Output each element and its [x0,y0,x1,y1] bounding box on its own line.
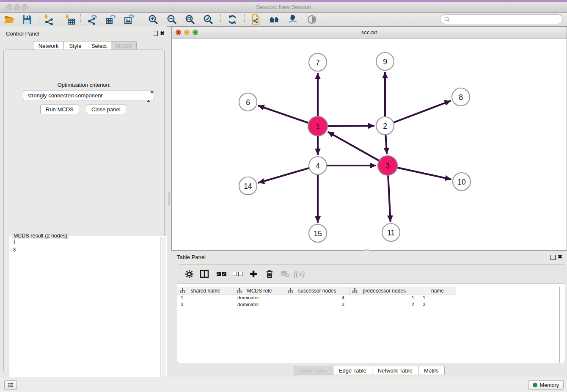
panel-selector-button[interactable] [4,380,17,390]
unchecked-boxes-icon [233,272,242,276]
graph-node-2[interactable]: 2 [376,117,394,135]
column-header-MCDS-role[interactable]: MCDS role [234,287,285,295]
graph-node-10[interactable]: 10 [453,173,471,190]
svg-text:1: 1 [316,122,320,131]
export-image-button[interactable] [122,14,136,25]
cell-name[interactable]: 1 [419,295,456,301]
export-image-icon [124,14,135,25]
duplicate-network-button[interactable] [248,14,263,25]
home-neighbors-button[interactable] [267,14,281,25]
tab-select[interactable]: Select [87,41,111,50]
tab-network-table[interactable]: Network Table [372,366,418,375]
control-panel: Control Panel ✖ NetworkStyleSelectMCDS O… [0,26,167,377]
zoom-fit-button[interactable] [183,14,197,25]
graph-node-9[interactable]: 9 [376,52,394,70]
graph-node-4[interactable]: 4 [309,157,327,174]
export-network-button[interactable] [85,14,99,25]
cell-MCDS-role[interactable]: dominator [234,295,285,301]
optimization-criterion-label: Optimization criterion: [4,82,164,88]
refresh-button[interactable] [225,14,239,25]
edge-3-11[interactable] [388,175,391,222]
edge-1-6[interactable] [258,105,309,123]
criterion-value: strongly connected component [28,92,102,99]
svg-text:10: 10 [457,178,466,186]
column-header-name[interactable]: name [419,287,456,295]
application-window: Session: New Session Control Panel ✖ [0,0,567,392]
table-tabs: Node TableEdge TableNetwork TableMotifs [171,366,567,375]
save-session-button[interactable] [20,14,34,25]
tab-style[interactable]: Style [64,41,87,50]
cell-predecessor-nodes[interactable]: 2 [350,301,419,308]
tab-edge-table[interactable]: Edge Table [333,366,372,375]
cell-name[interactable]: 3 [419,301,456,308]
graph-node-3[interactable]: 3 [378,156,397,175]
graph-node-11[interactable]: 11 [382,224,400,241]
zoom-in-button[interactable] [146,14,160,25]
close-table-panel-icon[interactable]: ✖ [558,254,562,259]
memory-button[interactable]: Memory [528,380,564,390]
open-session-button[interactable] [2,14,17,25]
result-scrollbar[interactable] [160,237,166,392]
style-preview-button[interactable] [286,14,300,25]
show-hide-button[interactable] [305,14,319,25]
function-builder-button[interactable]: f(x) [292,268,306,280]
cell-shared-name[interactable]: 1 [177,295,234,301]
deselect-all-button[interactable] [231,268,244,280]
column-header-successor-nodes[interactable]: successor nodes [285,287,350,295]
list-icon [7,382,14,388]
criterion-dropdown[interactable]: strongly connected component [23,91,154,100]
edge-2-3[interactable] [385,134,387,154]
tab-mcds[interactable]: MCDS [111,41,137,50]
cell-shared-name[interactable]: 3 [177,301,234,308]
svg-text:11: 11 [387,229,395,237]
close-panel-icon[interactable]: ✖ [160,31,165,36]
column-header-shared-name[interactable]: shared name [177,287,234,295]
import-network-button[interactable] [41,14,56,25]
tab-network[interactable]: Network [33,41,64,50]
float-table-panel-icon[interactable] [550,255,556,260]
edge-2-8[interactable] [393,101,451,123]
tab-motifs[interactable]: Motifs [418,366,445,375]
delete-table-button[interactable] [278,268,292,280]
mcds-result-values: 1 3 [13,239,16,253]
table-panel-title: Table Panel [177,254,206,260]
cell-successor-nodes[interactable]: 4 [285,295,350,301]
graph-node-8[interactable]: 8 [452,88,470,106]
toolbar-separator [141,14,141,25]
hierarchy-icon [352,288,358,293]
search-input[interactable] [452,16,559,23]
edge-3-10[interactable] [396,168,451,179]
column-view-icon [200,270,209,278]
graph-node-6[interactable]: 6 [239,93,257,111]
split-divider-grip[interactable] [168,192,170,206]
select-all-button[interactable]: ✓✓ [215,268,228,280]
run-mcds-button[interactable]: Run MCDS [40,105,79,114]
cell-successor-nodes[interactable]: 3 [285,301,350,308]
graph-node-1[interactable]: 1 [308,116,328,136]
edge-1-2[interactable] [327,126,374,126]
table-scrollbar[interactable] [559,287,565,363]
tab-node-table[interactable]: Node Table [294,366,333,375]
graph-node-15[interactable]: 15 [309,224,327,242]
zoom-selected-button[interactable] [201,14,215,25]
float-panel-icon[interactable] [153,31,158,36]
mcds-tab-content: Optimization criterion: strongly connect… [3,50,165,372]
network-graph[interactable]: 7968124314101511 [172,39,567,250]
edge-3-1[interactable] [328,132,380,161]
column-view-button[interactable] [198,268,211,280]
export-table-button[interactable] [103,14,118,25]
svg-text:4: 4 [316,162,320,170]
column-header-predecessor-nodes[interactable]: predecessor nodes [350,287,419,295]
delete-column-button[interactable] [263,268,276,280]
zoom-out-button[interactable] [165,14,179,25]
import-table-button[interactable] [63,14,77,25]
add-column-button[interactable] [247,268,260,280]
graph-node-7[interactable]: 7 [309,53,327,71]
table-settings-button[interactable] [182,268,196,280]
edge-4-14[interactable] [258,168,310,183]
close-panel-button[interactable]: Close panel [86,105,126,114]
graph-node-14[interactable]: 14 [239,177,257,195]
cell-MCDS-role[interactable]: dominator [234,301,285,308]
import-table-icon [64,14,75,25]
cell-predecessor-nodes[interactable]: 1 [350,295,419,301]
